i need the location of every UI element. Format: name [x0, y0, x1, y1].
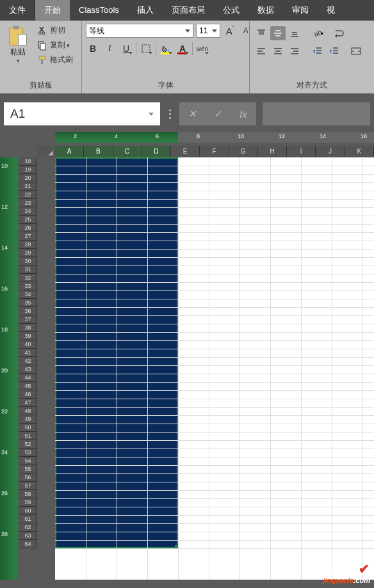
- column-header[interactable]: I: [287, 146, 316, 157]
- menu-item-3[interactable]: 插入: [128, 0, 163, 20]
- spreadsheet-grid[interactable]: [55, 157, 374, 580]
- row-header[interactable]: 18: [19, 157, 37, 166]
- row-header[interactable]: 47: [19, 399, 37, 407]
- horizontal-ruler[interactable]: 246: [55, 132, 178, 143]
- row-header[interactable]: 40: [19, 340, 37, 349]
- accept-formula-button[interactable]: ✓: [205, 108, 231, 120]
- column-header[interactable]: J: [316, 146, 345, 157]
- menu-item-5[interactable]: 公式: [214, 0, 248, 20]
- fill-color-button[interactable]: [159, 42, 173, 56]
- align-middle-button[interactable]: [270, 26, 286, 40]
- row-header[interactable]: 39: [19, 332, 37, 340]
- row-header[interactable]: 50: [19, 424, 37, 432]
- horizontal-ruler[interactable]: 81012141618: [178, 132, 374, 143]
- align-center-button[interactable]: [270, 44, 286, 58]
- row-header[interactable]: 64: [19, 540, 37, 548]
- row-header[interactable]: 26: [19, 224, 37, 232]
- row-header[interactable]: 53: [19, 449, 37, 457]
- grow-font-button[interactable]: Aˆ: [223, 24, 237, 38]
- drag-handle-icon[interactable]: [167, 109, 173, 119]
- row-header[interactable]: 38: [19, 324, 37, 332]
- row-header[interactable]: 28: [19, 241, 37, 249]
- row-header[interactable]: 59: [19, 498, 37, 507]
- row-header[interactable]: 58: [19, 490, 37, 498]
- column-header[interactable]: H: [258, 146, 287, 157]
- row-header[interactable]: 42: [19, 357, 37, 365]
- bold-button[interactable]: B: [86, 42, 100, 56]
- row-header[interactable]: 46: [19, 390, 37, 399]
- column-headers[interactable]: ABCDEFGHIJK: [55, 146, 374, 157]
- row-header[interactable]: 30: [19, 257, 37, 266]
- row-header[interactable]: 23: [19, 199, 37, 207]
- menu-item-0[interactable]: 文件: [0, 0, 35, 20]
- menu-item-7[interactable]: 审阅: [283, 0, 318, 20]
- row-header[interactable]: 37: [19, 315, 37, 324]
- row-header[interactable]: 22: [19, 191, 37, 199]
- align-bottom-button[interactable]: [287, 26, 302, 40]
- column-header[interactable]: F: [200, 146, 229, 157]
- row-header[interactable]: 27: [19, 232, 37, 241]
- align-right-button[interactable]: [287, 44, 302, 58]
- row-header[interactable]: 56: [19, 473, 37, 482]
- row-header[interactable]: 36: [19, 307, 37, 315]
- row-header[interactable]: 62: [19, 523, 37, 532]
- select-all-corner[interactable]: [37, 146, 54, 157]
- row-header[interactable]: 32: [19, 274, 37, 282]
- row-header[interactable]: 21: [19, 182, 37, 191]
- column-header[interactable]: K: [345, 146, 374, 157]
- column-header[interactable]: G: [229, 146, 258, 157]
- row-header[interactable]: 52: [19, 440, 37, 449]
- font-size-combo[interactable]: 11: [196, 24, 220, 38]
- menu-item-2[interactable]: ClassTools: [70, 0, 128, 20]
- format-painter-button[interactable]: 格式刷: [35, 53, 76, 67]
- align-left-button[interactable]: [254, 44, 269, 58]
- row-header[interactable]: 60: [19, 507, 37, 515]
- row-header[interactable]: 54: [19, 457, 37, 465]
- merge-button[interactable]: [348, 44, 364, 58]
- column-header[interactable]: B: [84, 146, 113, 157]
- wrap-text-button[interactable]: [332, 26, 347, 40]
- row-header[interactable]: 19: [19, 166, 37, 174]
- row-header[interactable]: 55: [19, 465, 37, 473]
- font-family-combo[interactable]: 等线: [86, 24, 193, 38]
- row-header[interactable]: 41: [19, 349, 37, 357]
- row-header[interactable]: 31: [19, 266, 37, 274]
- menu-item-4[interactable]: 页面布局: [163, 0, 214, 20]
- formula-input[interactable]: [263, 102, 370, 125]
- name-box[interactable]: A1: [4, 102, 160, 125]
- underline-button[interactable]: U: [119, 42, 133, 56]
- row-header[interactable]: 51: [19, 432, 37, 440]
- insert-function-button[interactable]: fx: [231, 109, 256, 120]
- orientation-button[interactable]: ab▾: [310, 26, 325, 40]
- row-header[interactable]: 33: [19, 282, 37, 290]
- row-header[interactable]: 20: [19, 174, 37, 182]
- row-header[interactable]: 63: [19, 532, 37, 540]
- row-header[interactable]: 48: [19, 407, 37, 415]
- column-header[interactable]: E: [171, 146, 200, 157]
- shrink-font-button[interactable]: Aˇ: [240, 24, 254, 38]
- copy-button[interactable]: 复制▾: [35, 38, 76, 52]
- border-button[interactable]: [139, 42, 153, 56]
- row-header[interactable]: 44: [19, 374, 37, 382]
- italic-button[interactable]: I: [102, 42, 117, 56]
- paste-button[interactable]: 粘贴 ▾: [4, 24, 32, 64]
- vertical-ruler[interactable]: 10121416182022242628: [0, 157, 17, 580]
- row-header[interactable]: 57: [19, 482, 37, 490]
- row-header[interactable]: 35: [19, 299, 37, 307]
- phonetic-button[interactable]: wén: [195, 42, 209, 56]
- row-header[interactable]: 43: [19, 365, 37, 374]
- row-header[interactable]: 61: [19, 515, 37, 523]
- row-header[interactable]: 25: [19, 216, 37, 224]
- row-header[interactable]: 49: [19, 415, 37, 424]
- cancel-formula-button[interactable]: ✕: [179, 108, 205, 120]
- column-header[interactable]: C: [113, 146, 142, 157]
- row-header[interactable]: 24: [19, 207, 37, 216]
- menu-item-8[interactable]: 视: [318, 0, 344, 20]
- font-color-button[interactable]: A: [175, 42, 190, 56]
- cut-button[interactable]: 剪切: [35, 24, 76, 37]
- column-header[interactable]: A: [55, 146, 84, 157]
- decrease-indent-button[interactable]: [310, 44, 325, 58]
- row-header[interactable]: 45: [19, 382, 37, 390]
- increase-indent-button[interactable]: [327, 44, 342, 58]
- row-header[interactable]: 29: [19, 249, 37, 257]
